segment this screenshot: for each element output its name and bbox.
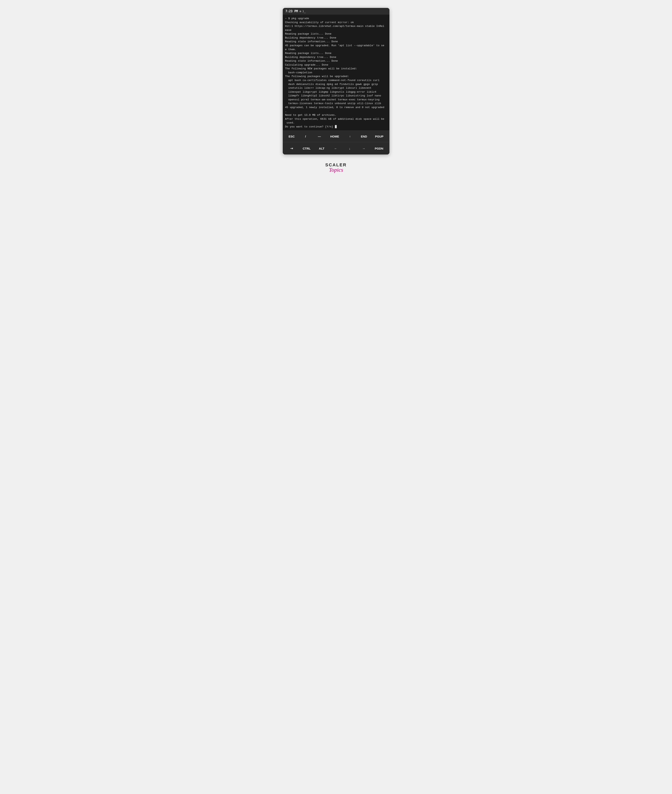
time-display: 7:23 PM bbox=[285, 10, 298, 13]
key-ALT[interactable]: ALT bbox=[317, 145, 326, 151]
circle-icon: ⊙ bbox=[299, 10, 301, 13]
key-PGDN[interactable]: PGDN bbox=[373, 145, 385, 151]
key-CTRL[interactable]: CTRL bbox=[301, 145, 313, 151]
key-PGUP[interactable]: PGUP bbox=[373, 134, 386, 139]
terminal-window: 7:23 PM ⊙ )_ ~ $ pkg upgrade Checking av… bbox=[283, 8, 389, 155]
branding-topics: Topics bbox=[329, 167, 343, 173]
key-[interactable]: ⇥ bbox=[287, 145, 297, 152]
terminal-output[interactable]: ~ $ pkg upgrade Checking availability of… bbox=[283, 14, 389, 131]
key-[interactable]: → bbox=[359, 145, 369, 151]
key-[interactable]: — bbox=[314, 134, 324, 139]
key-HOME[interactable]: HOME bbox=[328, 134, 341, 139]
key-[interactable]: ↑ bbox=[345, 134, 355, 139]
prompt-icon: )_ bbox=[302, 10, 306, 13]
terminal-cursor bbox=[335, 125, 337, 128]
key-ESC[interactable]: ESC bbox=[286, 134, 297, 139]
keyboard-bar: ESC/—HOME↑ENDPGUP ⇥CTRLALT←↓→PGDN bbox=[283, 131, 389, 155]
key-[interactable]: ↓ bbox=[345, 145, 355, 151]
key-[interactable]: ← bbox=[331, 145, 341, 151]
keyboard-row-2: ⇥CTRLALT←↓→PGDN bbox=[283, 142, 389, 155]
status-bar: 7:23 PM ⊙ )_ bbox=[283, 8, 389, 14]
key-[interactable]: / bbox=[301, 134, 310, 139]
branding-section: SCALER Topics bbox=[325, 162, 347, 173]
keyboard-row-1: ESC/—HOME↑ENDPGUP bbox=[283, 131, 389, 142]
key-END[interactable]: END bbox=[359, 134, 369, 139]
